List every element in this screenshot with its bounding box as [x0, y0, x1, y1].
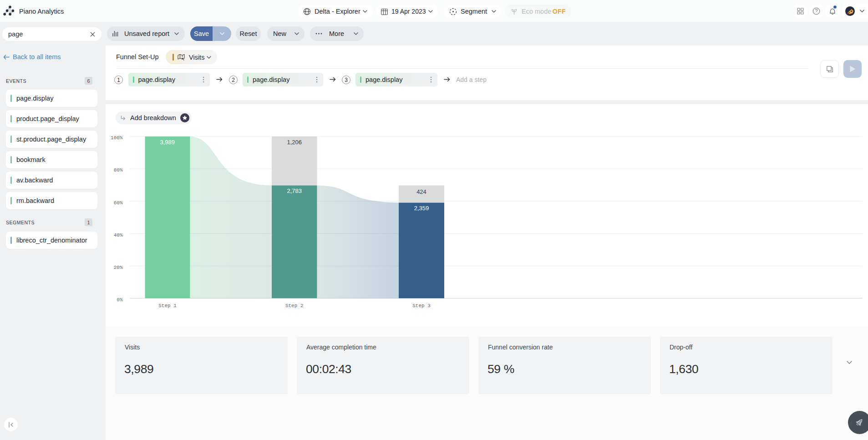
svg-text:3,989: 3,989 — [160, 139, 175, 146]
svg-text:60%: 60% — [114, 200, 123, 206]
svg-text:2,359: 2,359 — [414, 205, 429, 212]
svg-text:40%: 40% — [114, 233, 123, 238]
svg-text:80%: 80% — [114, 167, 123, 173]
svg-text:2,783: 2,783 — [287, 187, 302, 194]
svg-text:1,206: 1,206 — [287, 139, 302, 146]
svg-text:Step 1: Step 1 — [158, 303, 177, 309]
svg-text:0%: 0% — [117, 297, 123, 303]
svg-text:100%: 100% — [111, 135, 123, 141]
svg-text:Step 2: Step 2 — [285, 303, 304, 309]
svg-text:Step 3: Step 3 — [412, 303, 431, 309]
svg-text:424: 424 — [416, 188, 426, 195]
svg-text:20%: 20% — [114, 265, 123, 270]
